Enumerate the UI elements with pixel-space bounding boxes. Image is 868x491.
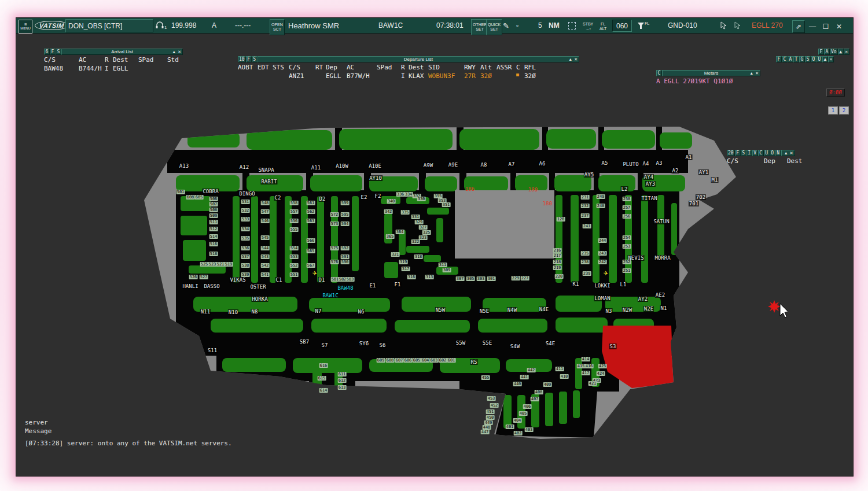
departure-list-button[interactable]: F <box>246 56 252 62</box>
timer-display[interactable]: Ø:ØØ <box>826 88 845 97</box>
departure-list-titlebar[interactable]: Departure List ▲✕ <box>258 56 579 62</box>
profile-name[interactable]: GND-010 <box>668 18 697 33</box>
close-icon[interactable]: ✕ <box>574 57 578 62</box>
stand-537: 537 <box>241 254 250 259</box>
taxiway-label: A6 <box>539 161 546 167</box>
metars-titlebar[interactable]: Metars ▲✕ <box>662 70 760 76</box>
departure-list-button[interactable]: 10 <box>238 56 246 62</box>
pen-tool-button[interactable]: ✎ <box>503 18 509 33</box>
arrival-list-titlebar[interactable]: Arrival List ▲✕ <box>61 49 183 55</box>
stby-button[interactable]: STBY→▫ <box>582 19 594 34</box>
mini-button[interactable]: T <box>793 56 799 62</box>
stand-519: 519 <box>225 262 233 267</box>
close-icon[interactable]: ✕ <box>844 49 849 55</box>
collapse-icon[interactable]: ▲ <box>838 49 844 55</box>
aircraft-label[interactable]: BAW48 <box>337 285 354 291</box>
mini-button[interactable]: C <box>782 56 788 62</box>
range-unit[interactable]: NM <box>549 18 560 33</box>
right-list-button[interactable]: O <box>770 150 775 156</box>
taxiway-label: S11 <box>207 348 218 353</box>
range-value[interactable]: 5 <box>538 18 542 33</box>
arrival-list-row[interactable]: BAW48 B744/H I EGLL <box>44 65 183 72</box>
metars-button[interactable]: C <box>656 70 662 76</box>
menu-label: MENU <box>20 27 31 31</box>
departure-list-row[interactable]: ANZ1 EGLL B77W/H I KLAX WOBUN3F 27R 32Ø … <box>238 72 579 80</box>
draw-square-button[interactable]: ▫ <box>516 18 518 33</box>
close-icon[interactable]: ✕ <box>755 71 759 76</box>
metar-line[interactable]: A EGLL 27Ø19KT Q1Ø1Ø <box>656 77 760 85</box>
aircraft-target-icon[interactable]: ✈ <box>604 271 608 276</box>
dotted-box-icon <box>568 22 576 29</box>
stand-401: 401 <box>506 424 514 429</box>
right-list-button[interactable]: I <box>746 150 752 156</box>
mini-button[interactable]: F <box>776 56 782 62</box>
right-list-button[interactable]: U <box>764 150 770 156</box>
taxiway-label: DASSO <box>203 283 220 289</box>
stand-604: 604 <box>421 358 430 363</box>
mini-button[interactable]: F <box>818 49 824 55</box>
popout-button[interactable]: ⇗ <box>792 20 805 33</box>
page-button-1[interactable]: 1 <box>828 106 838 115</box>
collapse-icon[interactable]: ▲ <box>784 150 788 156</box>
taxiway-label: A5 <box>601 160 609 166</box>
maximize-button[interactable]: ☐ <box>820 21 832 32</box>
minimize-icon: — <box>809 23 816 31</box>
stand-219: 219 <box>553 265 562 270</box>
primary-frequency[interactable]: 199.998 <box>171 18 196 33</box>
filter-button[interactable]: FL <box>637 18 649 33</box>
stand-448: 448 <box>483 425 491 430</box>
quick-set-button[interactable]: QUICKSET <box>486 19 502 35</box>
collapse-icon[interactable]: ▲ <box>568 57 572 62</box>
page-button-2[interactable]: 2 <box>839 106 849 115</box>
close-icon[interactable]: ✕ <box>828 56 834 62</box>
close-icon[interactable]: ✕ <box>178 49 181 55</box>
close-button[interactable]: ✕ <box>833 21 845 32</box>
right-list-button[interactable]: N <box>775 150 781 156</box>
minimize-button[interactable]: — <box>807 21 818 32</box>
right-list-button[interactable]: C <box>758 150 764 156</box>
stand-534: 534 <box>241 227 250 231</box>
pointer-tool-1[interactable] <box>720 18 728 33</box>
stand-325: 325 <box>422 230 431 235</box>
stand-553: 553 <box>290 254 299 259</box>
right-list-button[interactable]: V <box>752 150 758 156</box>
stand-557: 557 <box>290 209 299 214</box>
mini-button[interactable]: U <box>816 56 822 62</box>
collapse-icon[interactable]: ▲ <box>749 71 753 76</box>
arrival-list-button[interactable]: F <box>50 49 56 55</box>
departure-list-button[interactable]: S <box>252 56 258 62</box>
callsign-select[interactable]: DON_OBS [CTR] <box>65 19 153 32</box>
aircraft-label[interactable]: BAW1C <box>322 293 339 298</box>
mini-button[interactable]: A <box>788 56 793 62</box>
right-list-titlebar[interactable]: ▲✕ <box>781 150 795 156</box>
arrival-list-button[interactable]: 6 <box>44 49 50 55</box>
menu-button[interactable]: ≣MENU <box>19 19 32 34</box>
frequency-flag[interactable]: A <box>212 18 216 33</box>
open-sct-button[interactable]: OPENSCT <box>270 19 285 35</box>
stand-576: 576 <box>330 260 339 264</box>
headset-indicator[interactable]: 1 <box>155 18 167 33</box>
mini-button[interactable]: O <box>811 56 816 62</box>
smr-radar-map[interactable]: A13A12SNAPARABITA11A10WA10EAY10A9WA9EA8A… <box>135 122 737 440</box>
fl-alt-button[interactable]: FLALT <box>598 19 608 34</box>
close-icon[interactable]: ✕ <box>790 150 793 156</box>
stand-243: 243 <box>598 251 607 256</box>
stand-305: 305 <box>466 276 475 281</box>
altitude-filter[interactable]: 060 <box>612 20 632 32</box>
pointer-tool-2[interactable] <box>734 18 742 33</box>
stand-256: 256 <box>623 214 631 219</box>
select-box-button[interactable] <box>568 18 576 33</box>
chat-channel-label[interactable]: server <box>25 419 48 426</box>
collapse-icon[interactable]: ▲ <box>822 56 828 62</box>
right-list-button[interactable]: S <box>741 150 746 156</box>
chat-message-label[interactable]: Message <box>25 427 52 435</box>
arrival-list-button[interactable]: S <box>56 49 61 55</box>
mini-button[interactable]: A <box>824 49 830 55</box>
collapse-icon[interactable]: ▲ <box>172 49 176 55</box>
mini-button[interactable]: S <box>805 56 811 62</box>
secondary-frequency[interactable]: ---.--- <box>235 18 251 33</box>
mini-button[interactable]: Vo <box>830 49 838 55</box>
mini-button[interactable]: G <box>799 56 805 62</box>
selected-aircraft[interactable]: BAW1C <box>378 18 403 33</box>
aircraft-target-icon[interactable]: ✈ <box>312 271 317 276</box>
